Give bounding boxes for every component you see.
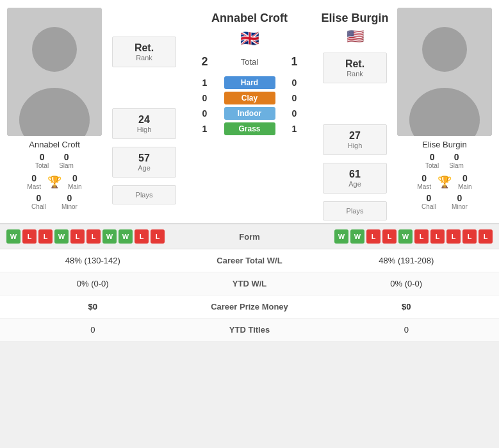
left-plays-box: Plays bbox=[112, 185, 176, 204]
right-player-name-top: Elise Burgin bbox=[321, 11, 388, 26]
left-mast-stat: 0 Mast bbox=[27, 173, 41, 190]
left-form-badges: WLLWLLWWLL bbox=[6, 229, 218, 244]
right-form-badge-l: L bbox=[430, 229, 445, 244]
left-player-name-below: Annabel Croft bbox=[26, 136, 83, 152]
right-form-badge-l: L bbox=[446, 229, 461, 244]
right-form-badge-l: L bbox=[479, 229, 493, 244]
right-player-name-below: Elise Burgin bbox=[420, 136, 469, 152]
main-container: Annabel Croft 0 Total 0 Slam 0 Mast 🏆 bbox=[0, 0, 499, 342]
form-section: WLLWLLWWLL Form WWLLWLLLLL bbox=[0, 223, 499, 249]
surface-row-clay: 0 Clay 0 bbox=[179, 92, 320, 104]
right-form-badges: WWLLWLLLLL bbox=[282, 229, 493, 244]
right-plays-box: Plays bbox=[323, 201, 387, 220]
stats-row-3: 0 YTD Titles 0 bbox=[0, 319, 499, 342]
left-form-badge-l: L bbox=[70, 229, 85, 244]
stats-row-1: 0% (0-0) YTD W/L 0% (0-0) bbox=[0, 272, 499, 295]
left-main-stat: 0 Main bbox=[68, 173, 82, 190]
right-high-box: 27 High bbox=[323, 124, 387, 155]
left-age-box: 57 Age bbox=[112, 147, 176, 178]
left-player-photo-col: Annabel Croft 0 Total 0 Slam 0 Mast 🏆 bbox=[0, 8, 109, 223]
left-form-badge-l: L bbox=[151, 229, 165, 244]
right-avatar bbox=[397, 8, 492, 136]
left-player-name: Annabel Croft bbox=[211, 11, 288, 26]
left-chall-stat: 0 Chall bbox=[31, 193, 46, 210]
right-age-box: 61 Age bbox=[323, 163, 387, 194]
total-row: 2 Total 1 bbox=[179, 55, 320, 69]
center-col: Annabel Croft 🇬🇧 2 Total 1 1 Hard 0 0 Cl… bbox=[179, 8, 320, 223]
left-high-box: 24 High bbox=[112, 108, 176, 139]
left-form-badge-w: W bbox=[6, 229, 20, 244]
right-form-badge-l: L bbox=[414, 229, 429, 244]
surface-row-indoor: 0 Indoor 0 bbox=[179, 107, 320, 120]
svg-point-4 bbox=[422, 27, 467, 72]
career-stats-table: 48% (130-142) Career Total W/L 48% (191-… bbox=[0, 249, 499, 342]
left-flag: 🇬🇧 bbox=[240, 29, 259, 47]
right-form-badge-w: W bbox=[398, 229, 413, 244]
right-chall-stat: 0 Chall bbox=[421, 193, 436, 210]
svg-point-1 bbox=[32, 27, 77, 72]
right-minor-stat: 0 Minor bbox=[452, 193, 468, 210]
surface-rows: 1 Hard 0 0 Clay 0 0 Indoor 0 1 Grass 1 bbox=[179, 74, 320, 138]
right-form-badge-w: W bbox=[334, 229, 348, 244]
form-label: Form bbox=[218, 232, 282, 242]
left-form-badge-w: W bbox=[119, 229, 133, 244]
surface-row-grass: 1 Grass 1 bbox=[179, 122, 320, 135]
right-total-stat: 0 Total bbox=[425, 152, 439, 169]
left-slam-stat: 0 Slam bbox=[59, 152, 74, 169]
right-ret-rank-box: Ret. Rank bbox=[323, 53, 387, 83]
left-form-badge-l: L bbox=[86, 229, 101, 244]
left-ret-rank-box: Ret. Rank bbox=[112, 37, 176, 67]
left-minor-stat: 0 Minor bbox=[61, 193, 78, 210]
left-trophy-icon: 🏆 bbox=[47, 175, 61, 189]
top-section: Annabel Croft 0 Total 0 Slam 0 Mast 🏆 bbox=[0, 0, 499, 223]
right-flag: 🇺🇸 bbox=[347, 28, 364, 45]
left-form-badge-l: L bbox=[22, 229, 37, 244]
right-main-stat: 0 Main bbox=[458, 173, 472, 190]
left-avatar bbox=[7, 8, 102, 136]
right-form-badge-l: L bbox=[382, 229, 397, 244]
right-mast-stat: 0 Mast bbox=[417, 173, 431, 190]
right-form-badge-l: L bbox=[366, 229, 380, 244]
left-form-badge-w: W bbox=[102, 229, 117, 244]
left-form-badge-l: L bbox=[38, 229, 53, 244]
left-form-badge-l: L bbox=[135, 229, 149, 244]
right-form-badge-w: W bbox=[350, 229, 364, 244]
stats-row-2: $0 Career Prize Money $0 bbox=[0, 295, 499, 319]
stats-row-0: 48% (130-142) Career Total W/L 48% (191-… bbox=[0, 249, 499, 272]
left-center-stats: Ret. Rank 24 High 57 Age Plays bbox=[109, 8, 179, 223]
left-form-badge-w: W bbox=[54, 229, 69, 244]
right-slam-stat: 0 Slam bbox=[449, 152, 464, 169]
right-center-stats: Elise Burgin🇺🇸 Ret. Rank 27 High 61 Age … bbox=[320, 8, 390, 223]
right-player-photo-col: Elise Burgin 0 Total 0 Slam 0 Mast 🏆 bbox=[390, 8, 499, 223]
surface-row-hard: 1 Hard 0 bbox=[179, 76, 320, 89]
right-form-badge-l: L bbox=[462, 229, 477, 244]
right-trophy-icon: 🏆 bbox=[438, 175, 452, 189]
left-total-stat: 0 Total bbox=[35, 152, 49, 169]
